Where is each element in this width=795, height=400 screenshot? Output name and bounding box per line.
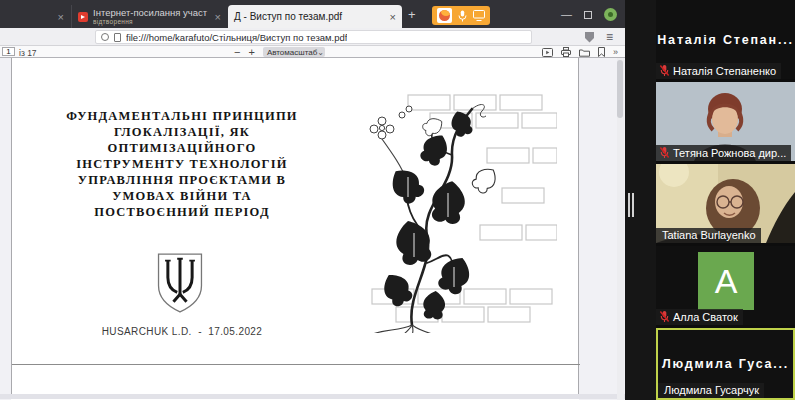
window-controls: — <box>561 8 617 21</box>
url-text[interactable]: file:///home/karafuto/Стільниця/Виступ п… <box>126 32 347 43</box>
microphone-icon <box>458 10 467 22</box>
participant-tile[interactable]: Наталія Степан... Наталія Степаненко <box>656 0 795 79</box>
address-bar-row: file:///home/karafuto/Стільниця/Виступ п… <box>0 28 625 46</box>
ivy-brick-illustration <box>312 93 557 333</box>
ukraine-trident-emblem <box>152 252 208 314</box>
panel-drag-handle[interactable] <box>628 193 636 217</box>
open-file-icon[interactable] <box>579 48 590 57</box>
avatar: A <box>698 252 754 310</box>
participant-name-tag: Тетяна Рожнова дир... <box>656 145 791 161</box>
participant-tile[interactable]: A Алла Сваток <box>656 246 795 325</box>
menu-icon[interactable]: ≡ <box>606 31 613 43</box>
scrollbar-thumb[interactable] <box>617 60 623 118</box>
media-favicon-icon <box>78 12 88 22</box>
tab-media-status: відтворення <box>93 17 209 26</box>
page-number-input[interactable]: 1 <box>2 47 15 56</box>
participant-name-tag: Людмила Гусарчук <box>658 383 764 398</box>
close-tab-icon[interactable]: × <box>209 11 221 23</box>
shared-screen: × Інтернет-посилання участ відтворення ×… <box>0 0 795 400</box>
url-bar[interactable]: file:///home/karafuto/Стільниця/Виступ п… <box>95 30 532 44</box>
tab-bar: × Інтернет-посилання участ відтворення ×… <box>0 0 625 28</box>
print-icon[interactable] <box>561 47 571 57</box>
presentation-mode-icon[interactable] <box>542 48 553 57</box>
muted-mic-icon <box>659 64 670 77</box>
new-tab-button[interactable]: + <box>408 7 416 22</box>
chevron-down-icon: ⌄ <box>317 48 324 57</box>
bookmark-icon[interactable] <box>598 47 605 57</box>
panel-divider <box>625 0 656 400</box>
tab-0[interactable]: × <box>0 5 70 28</box>
firefox-window: × Інтернет-посилання участ відтворення ×… <box>0 0 625 400</box>
pdf-toolbar: 1 із 17 − + Автомасштаб ⌄ <box>0 46 625 58</box>
close-window-button[interactable] <box>604 8 617 21</box>
participant-overlay-name: Наталія Степан... <box>656 33 795 47</box>
shared-display-icon <box>473 10 485 21</box>
participant-name-tag: Алла Сваток <box>656 309 743 325</box>
close-tab-icon[interactable]: × <box>384 11 396 23</box>
slide-title: ФУНДАМЕНТАЛЬНІ ПРИНЦИПИ ГЛОКАЛІЗАЦІЇ, ЯК… <box>42 108 322 220</box>
zoom-in-button[interactable]: + <box>248 47 254 57</box>
slide-footer: HUSARCHUK L.D. - 17.05.2022 <box>42 326 322 337</box>
minimize-button[interactable]: — <box>561 9 572 20</box>
tracking-protection-icon[interactable] <box>101 33 109 41</box>
screen-sharing-indicator[interactable] <box>432 6 490 25</box>
tab-active-pdf[interactable]: Д - Виступ по тезам.pdf × <box>228 5 402 28</box>
participant-overlay-name: Людмила Гуса... <box>658 357 793 371</box>
tab-title: Д - Виступ по тезам.pdf <box>234 11 342 22</box>
close-tab-icon[interactable]: × <box>52 11 64 23</box>
tab-title: Інтернет-посилання участ <box>93 8 209 17</box>
muted-mic-icon <box>659 310 670 323</box>
pdf-page-1: ФУНДАМЕНТАЛЬНІ ПРИНЦИПИ ГЛОКАЛІЗАЦІЇ, ЯК… <box>11 58 579 394</box>
slide-bottom-border <box>12 364 580 365</box>
participant-name-tag: Tatiana Burlayenko <box>656 228 761 243</box>
participant-name-tag: Наталія Степаненко <box>656 63 781 79</box>
participant-tile[interactable]: Tatiana Burlayenko <box>656 164 795 243</box>
pdf-viewer[interactable]: ФУНДАМЕНТАЛЬНІ ПРИНЦИПИ ГЛОКАЛІЗАЦІЇ, ЯК… <box>0 58 625 400</box>
zoom-mode-select[interactable]: Автомасштаб ⌄ <box>263 47 325 57</box>
tab-internet-links[interactable]: Інтернет-посилання участ відтворення × <box>71 5 227 28</box>
viewer-scrollbar[interactable] <box>617 58 624 400</box>
participant-tile[interactable]: Тетяна Рожнова дир... <box>656 82 795 161</box>
restore-button[interactable] <box>584 11 592 19</box>
page-info-icon[interactable] <box>114 33 121 42</box>
firefox-logo-icon <box>437 8 452 23</box>
zoom-out-button[interactable]: − <box>234 47 240 57</box>
video-participants-panel: Наталія Степан... Наталія Степаненко <box>656 0 795 400</box>
participant-tile-active-speaker[interactable]: Людмила Гуса... Людмила Гусарчук <box>656 328 795 400</box>
bookmark-shield-icon[interactable] <box>585 32 594 43</box>
muted-mic-icon <box>659 146 670 159</box>
toolbar-overflow-icon[interactable]: » <box>613 48 618 57</box>
page-count-label: із 17 <box>19 48 37 58</box>
